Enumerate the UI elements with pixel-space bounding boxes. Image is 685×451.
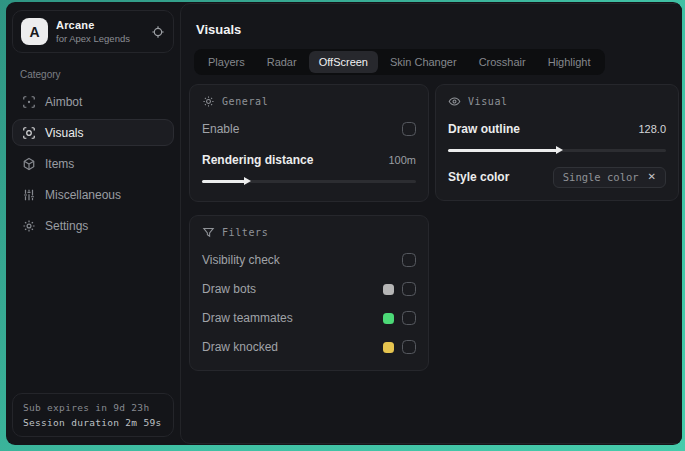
draw-knocked-row: Draw knocked	[202, 336, 416, 358]
draw-knocked-label: Draw knocked	[202, 340, 383, 354]
draw-teammates-color-swatch[interactable]	[383, 313, 394, 324]
close-icon[interactable]: ✕	[648, 172, 656, 182]
tab-offscreen[interactable]: OffScreen	[309, 51, 378, 73]
general-panel: General Enable Rendering distance 100m	[189, 84, 429, 202]
style-color-select[interactable]: Single color ✕	[553, 167, 666, 188]
draw-bots-row: Draw bots	[202, 278, 416, 300]
visibility-check-row: Visibility check	[202, 249, 416, 271]
sidebar-item-visuals[interactable]: Visuals	[12, 119, 174, 146]
draw-bots-color-swatch[interactable]	[383, 284, 394, 295]
app-subtitle: for Apex Legends	[56, 33, 143, 44]
draw-outline-value: 128.0	[638, 123, 666, 135]
scan-eye-icon	[22, 126, 36, 140]
draw-knocked-checkbox[interactable]	[402, 340, 416, 354]
style-color-row: Style color Single color ✕	[448, 166, 666, 188]
crosshair-icon	[22, 95, 36, 109]
content-area: General Enable Rendering distance 100m	[189, 84, 679, 371]
filters-panel: Filters Visibility check Draw bots	[189, 215, 429, 371]
draw-outline-row: Draw outline 128.0	[448, 118, 666, 140]
tab-players[interactable]: Players	[198, 51, 255, 73]
sidebar-item-settings[interactable]: Settings	[12, 212, 174, 239]
filters-panel-title: Filters	[222, 227, 268, 238]
draw-teammates-label: Draw teammates	[202, 311, 383, 325]
draw-knocked-color-swatch[interactable]	[383, 342, 394, 353]
enable-label: Enable	[202, 122, 402, 136]
app-header-card: A Arcane for Apex Legends	[12, 10, 174, 53]
draw-bots-label: Draw bots	[202, 282, 383, 296]
draw-outline-label: Draw outline	[448, 122, 638, 136]
tab-crosshair[interactable]: Crosshair	[469, 51, 536, 73]
tab-skin-changer[interactable]: Skin Changer	[380, 51, 467, 73]
sidebar-item-label: Miscellaneous	[45, 188, 121, 202]
visibility-check-checkbox[interactable]	[402, 253, 416, 267]
session-duration-text: Session duration 2m 59s	[23, 417, 163, 428]
main-panel: Visuals Players Radar OffScreen Skin Cha…	[180, 3, 682, 444]
sun-gear-icon	[202, 95, 215, 108]
draw-teammates-row: Draw teammates	[202, 307, 416, 329]
visibility-check-label: Visibility check	[202, 253, 402, 267]
app-logo: A	[21, 18, 48, 45]
tab-radar[interactable]: Radar	[257, 51, 307, 73]
draw-outline-slider[interactable]	[448, 144, 666, 156]
eye-icon	[448, 95, 461, 108]
subscription-card: Sub expires in 9d 23h Session duration 2…	[12, 393, 174, 437]
style-color-label: Style color	[448, 170, 553, 184]
sidebar-item-aimbot[interactable]: Aimbot	[12, 88, 174, 115]
visual-panel-title: Visual	[468, 96, 508, 107]
slider-fill	[202, 180, 245, 183]
sub-expires-text: Sub expires in 9d 23h	[23, 402, 163, 413]
box-icon	[22, 157, 36, 171]
sidebar-item-label: Settings	[45, 219, 88, 233]
sidebar-nav: Aimbot Visuals	[10, 88, 176, 239]
app-window: A Arcane for Apex Legends Category	[6, 2, 682, 445]
sliders-icon	[22, 188, 36, 202]
enable-checkbox[interactable]	[402, 122, 416, 136]
draw-teammates-checkbox[interactable]	[402, 311, 416, 325]
gear-icon	[22, 219, 36, 233]
sidebar-item-miscellaneous[interactable]: Miscellaneous	[12, 181, 174, 208]
page-title: Visuals	[196, 22, 679, 37]
sidebar-item-label: Items	[45, 157, 74, 171]
rendering-distance-label: Rendering distance	[202, 153, 388, 167]
enable-row: Enable	[202, 118, 416, 140]
sidebar-item-label: Aimbot	[45, 95, 82, 109]
sidebar: A Arcane for Apex Legends Category	[6, 2, 180, 445]
desktop-background: A Arcane for Apex Legends Category	[0, 0, 685, 451]
rendering-distance-value: 100m	[388, 154, 416, 166]
sidebar-item-label: Visuals	[45, 126, 83, 140]
visual-panel: Visual Draw outline 128.0 Style color	[435, 84, 679, 201]
sidebar-item-items[interactable]: Items	[12, 150, 174, 177]
style-color-value: Single color	[563, 171, 639, 183]
visuals-tabstrip: Players Radar OffScreen Skin Changer Cro…	[194, 49, 605, 75]
slider-fill	[448, 149, 557, 152]
general-panel-title: General	[222, 96, 268, 107]
target-icon[interactable]	[151, 25, 165, 39]
rendering-distance-row: Rendering distance 100m	[202, 149, 416, 171]
draw-bots-checkbox[interactable]	[402, 282, 416, 296]
category-label: Category	[20, 69, 166, 80]
rendering-distance-slider[interactable]	[202, 175, 416, 187]
app-name: Arcane	[56, 19, 143, 31]
filter-icon	[202, 226, 215, 239]
tab-highlight[interactable]: Highlight	[538, 51, 601, 73]
